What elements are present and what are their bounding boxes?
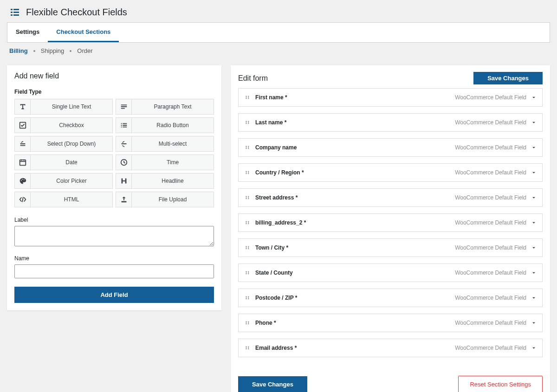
logo-icon <box>9 6 20 18</box>
checkbox-icon <box>15 118 31 133</box>
caret-down-icon[interactable] <box>531 95 537 100</box>
field-type-label: Date <box>31 159 112 166</box>
caret-down-icon[interactable] <box>531 195 537 200</box>
code-icon <box>15 192 31 207</box>
field-type-label: Color Picker <box>31 178 112 184</box>
subnav-shipping[interactable]: Shipping <box>41 47 65 54</box>
field-badge: WooCommerce Default Field <box>455 94 526 101</box>
field-row[interactable]: Email address *WooCommerce Default Field <box>238 339 543 357</box>
save-changes-bottom-button[interactable]: Save Changes <box>238 376 307 392</box>
field-row[interactable]: Last name *WooCommerce Default Field <box>238 113 543 132</box>
field-type-label: Radio Button <box>132 122 214 129</box>
field-type-single-line-text[interactable]: Single Line Text <box>14 99 113 115</box>
tab-checkout-sections[interactable]: Checkout Sections <box>48 23 119 42</box>
text-icon <box>15 99 31 114</box>
field-type-multi-select[interactable]: Multi-select <box>116 136 214 152</box>
field-badge: WooCommerce Default Field <box>455 320 526 326</box>
save-changes-top-button[interactable]: Save Changes <box>473 72 543 84</box>
field-type-date[interactable]: Date <box>14 154 113 170</box>
caret-down-icon[interactable] <box>531 345 537 351</box>
field-badge: WooCommerce Default Field <box>455 219 526 226</box>
field-type-label: Field Type <box>7 84 221 99</box>
field-name: First name * <box>255 94 450 101</box>
drag-handle-icon[interactable] <box>244 295 251 301</box>
field-name: Town / City * <box>255 244 450 251</box>
caret-down-icon[interactable] <box>531 145 537 150</box>
subnav-order[interactable]: Order <box>77 47 92 54</box>
field-type-html[interactable]: HTML <box>14 192 113 207</box>
drag-handle-icon[interactable] <box>244 94 251 101</box>
field-type-label: Headline <box>132 178 214 184</box>
field-badge: WooCommerce Default Field <box>455 144 526 151</box>
field-name: Postcode / ZIP * <box>255 295 450 301</box>
drag-handle-icon[interactable] <box>244 345 251 351</box>
edit-form-panel: Edit form Save Changes First name *WooCo… <box>231 65 550 392</box>
field-type-label: Select (Drop Down) <box>31 141 112 147</box>
drag-handle-icon[interactable] <box>244 144 251 151</box>
caret-down-icon[interactable] <box>531 295 537 301</box>
field-name: Email address * <box>255 345 450 351</box>
palette-icon <box>15 174 31 188</box>
field-type-checkbox[interactable]: Checkbox <box>14 117 113 133</box>
field-type-label: Multi-select <box>132 141 214 147</box>
multiselect-icon <box>116 136 132 151</box>
field-type-label: Single Line Text <box>31 103 112 110</box>
drag-handle-icon[interactable] <box>244 194 251 201</box>
name-input[interactable] <box>14 264 214 278</box>
caret-down-icon[interactable] <box>531 120 537 125</box>
drag-handle-icon[interactable] <box>244 119 251 126</box>
radio-icon <box>116 118 132 133</box>
field-row[interactable]: First name *WooCommerce Default Field <box>238 88 543 107</box>
field-row[interactable]: State / CountyWooCommerce Default Field <box>238 263 543 282</box>
drag-handle-icon[interactable] <box>244 320 251 326</box>
reset-section-button[interactable]: Reset Section Settings <box>458 376 543 392</box>
field-type-radio-button[interactable]: Radio Button <box>116 117 214 133</box>
field-badge: WooCommerce Default Field <box>455 295 526 301</box>
field-row[interactable]: Company nameWooCommerce Default Field <box>238 138 543 157</box>
edit-panel-title: Edit form <box>238 74 268 83</box>
paragraph-icon <box>116 99 132 114</box>
caret-down-icon[interactable] <box>531 270 537 276</box>
field-badge: WooCommerce Default Field <box>455 194 526 201</box>
caret-down-icon[interactable] <box>531 245 537 251</box>
field-name: State / County <box>255 270 450 276</box>
field-type-paragraph-text[interactable]: Paragraph Text <box>116 99 214 115</box>
field-badge: WooCommerce Default Field <box>455 270 526 276</box>
subnav-separator <box>33 50 35 52</box>
caret-down-icon[interactable] <box>531 320 537 326</box>
caret-down-icon[interactable] <box>531 220 537 225</box>
field-type-label: Paragraph Text <box>132 103 214 110</box>
field-row[interactable]: Town / City *WooCommerce Default Field <box>238 238 543 257</box>
field-type-time[interactable]: Time <box>116 154 214 170</box>
heading-icon <box>116 174 132 188</box>
field-badge: WooCommerce Default Field <box>455 119 526 126</box>
field-type-select-drop-down-[interactable]: Select (Drop Down) <box>14 136 113 152</box>
page-title: Flexible Checkout Fields <box>26 7 127 18</box>
field-name: Last name * <box>255 119 450 126</box>
label-input[interactable] <box>14 226 214 246</box>
field-name: Company name <box>255 144 450 151</box>
subnav-billing[interactable]: Billing <box>9 47 28 54</box>
drag-handle-icon[interactable] <box>244 219 251 226</box>
caret-down-icon[interactable] <box>531 170 537 175</box>
field-row[interactable]: Street address *WooCommerce Default Fiel… <box>238 188 543 207</box>
field-type-color-picker[interactable]: Color Picker <box>14 173 113 189</box>
field-type-file-upload[interactable]: File Upload <box>116 192 214 207</box>
field-type-headline[interactable]: Headline <box>116 173 214 189</box>
field-badge: WooCommerce Default Field <box>455 169 526 176</box>
add-new-field-panel: Add new field Field Type Single Line Tex… <box>7 65 221 310</box>
field-row[interactable]: billing_address_2 *WooCommerce Default F… <box>238 213 543 232</box>
subnav: BillingShippingOrder <box>0 43 557 56</box>
upload-icon <box>116 192 132 207</box>
field-row[interactable]: Postcode / ZIP *WooCommerce Default Fiel… <box>238 289 543 307</box>
tab-settings[interactable]: Settings <box>7 23 48 42</box>
add-field-button[interactable]: Add Field <box>14 287 214 303</box>
drag-handle-icon[interactable] <box>244 270 251 276</box>
drag-handle-icon[interactable] <box>244 169 251 176</box>
field-row[interactable]: Phone *WooCommerce Default Field <box>238 314 543 332</box>
label-field-label: Label <box>14 217 214 223</box>
field-badge: WooCommerce Default Field <box>455 244 526 251</box>
drag-handle-icon[interactable] <box>244 244 251 251</box>
field-row[interactable]: Country / Region *WooCommerce Default Fi… <box>238 163 543 182</box>
field-type-label: File Upload <box>132 196 214 203</box>
